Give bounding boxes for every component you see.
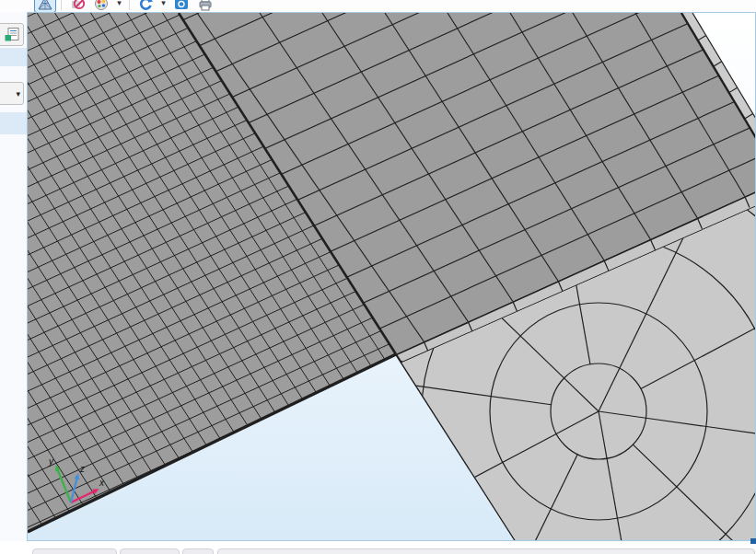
camera-icon [173,0,190,12]
refresh-view-button[interactable] [134,0,157,12]
graphics-canvas[interactable]: xyz [27,12,756,541]
printer-icon [197,0,214,12]
dropdown-button[interactable]: ▾ [0,82,24,105]
triad-label-z: z [79,464,85,474]
partial-button-2[interactable] [120,548,180,554]
palette-dropdown-button[interactable]: ▾ [114,0,124,12]
corner-accent [750,538,756,544]
mesh-scene: xyz [28,13,755,540]
partial-field[interactable] [217,548,755,554]
refresh-dropdown-button[interactable]: ▾ [158,0,169,12]
settings-panel-sliver: ▾ [0,12,27,554]
image-snapshot-button[interactable] [170,0,192,12]
partial-button-3[interactable] [182,548,214,554]
print-button[interactable] [194,0,216,12]
report-button[interactable] [0,23,24,46]
toolbar-separator [129,0,130,10]
no-entry-icon [69,0,86,12]
palette-icon [93,0,110,12]
toolbar-separator [61,0,62,10]
triad-label-x: x [99,478,105,488]
mesh-plot-button[interactable] [34,0,56,12]
disable-button[interactable] [66,0,88,12]
chevron-down-icon: ▾ [16,89,20,98]
highlight-band [0,48,27,66]
application-window: ▾ ▾ [0,0,756,554]
triad-label-y: y [48,456,54,467]
lower-panel [0,541,756,554]
highlight-band [0,112,27,134]
refresh-icon [137,0,154,12]
report-icon [5,27,20,42]
partial-button-1[interactable] [32,548,117,554]
mesh-plot-icon [37,0,53,12]
graphics-toolbar: ▾ ▾ [0,0,756,12]
chevron-down-icon: ▾ [117,0,122,7]
chevron-down-icon: ▾ [161,0,166,7]
toolbar-button-row: ▾ ▾ [33,0,217,12]
color-palette-button[interactable] [90,0,112,12]
